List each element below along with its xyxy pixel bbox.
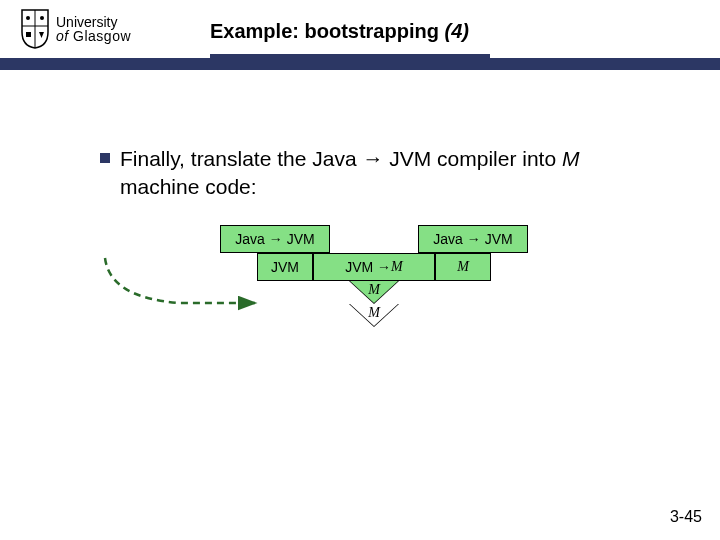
tombstone-diagram: Java → JVM Java → JVM JVM JVM → M M M M [130,225,630,395]
box-source-compiler-top: Java → JVM [220,225,330,253]
tri-machine-label: M [366,305,382,321]
box-translator-pre: JVM → [345,259,391,275]
svg-point-2 [26,16,30,20]
bullet-text: Finally, translate the Java → JVM compil… [120,145,660,202]
title-suffix: (4) [444,20,468,42]
slide-header: University of Glasgow Example: bootstrap… [0,0,720,72]
logo-line2: of Glasgow [56,29,131,43]
crest-icon [20,8,50,50]
header-bar-accent [210,54,490,58]
bullet-pre: Finally, translate the Java → JVM compil… [120,147,562,170]
slide-content: Finally, translate the Java → JVM compil… [100,145,660,202]
bullet-post: machine code: [120,175,257,198]
header-bar [0,58,720,70]
svg-rect-4 [26,32,31,37]
university-logo: University of Glasgow [20,8,131,50]
svg-point-3 [40,16,44,20]
bullet-square-icon [100,153,110,163]
box-translator: JVM → M [313,253,435,281]
box-target-impl: M [435,253,491,281]
logo-text: University of Glasgow [56,15,131,43]
title-prefix: Example: bootstrapping [210,20,444,42]
box-translator-m: M [391,259,403,275]
slide-title: Example: bootstrapping (4) [210,20,469,43]
dashed-arrow [100,253,280,313]
page-number: 3-45 [670,508,702,526]
bullet-m: M [562,147,580,170]
box-target-compiler-top: Java → JVM [418,225,528,253]
bullet-item: Finally, translate the Java → JVM compil… [100,145,660,202]
tri-translator-label: M [366,282,382,298]
logo-line1: University [56,15,131,29]
